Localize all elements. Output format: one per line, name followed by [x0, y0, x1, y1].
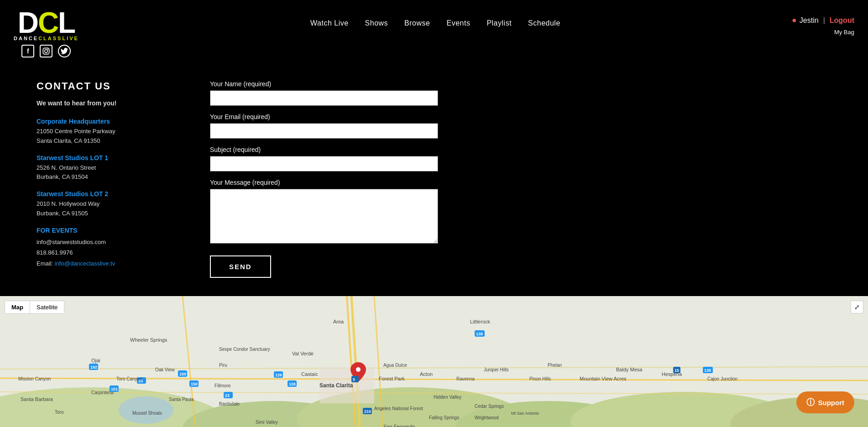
nav-shows[interactable]: Shows	[365, 19, 388, 27]
svg-text:Toro Canyon: Toro Canyon	[116, 376, 142, 381]
svg-text:Pinon Hills: Pinon Hills	[529, 376, 551, 381]
svg-text:210: 210	[364, 409, 371, 414]
svg-text:Sespe Condor Sanctuary: Sespe Condor Sanctuary	[219, 347, 270, 352]
svg-text:Falling Springs: Falling Springs	[429, 415, 459, 420]
name-input[interactable]	[210, 90, 438, 106]
tab-map[interactable]: Map	[5, 301, 30, 313]
svg-text:Piru: Piru	[219, 363, 227, 368]
svg-point-10	[119, 396, 173, 424]
logo-c: C	[38, 6, 58, 39]
svg-text:Cajon Junction: Cajon Junction	[707, 376, 737, 381]
svg-text:Mussel Shoals: Mussel Shoals	[132, 411, 162, 416]
svg-text:Angeles National Forest: Angeles National Forest	[374, 406, 423, 411]
svg-text:138: 138	[476, 332, 483, 336]
tab-satellite[interactable]: Satellite	[30, 301, 64, 313]
message-textarea[interactable]	[210, 189, 438, 244]
logo-area: DCL DANCECLASSLIVE f	[14, 8, 79, 57]
email-field-group: Your Email (required)	[210, 113, 438, 139]
map-section: Map Satellite ⤢ Santa Barbara	[0, 296, 868, 427]
map-tabs: Map Satellite	[5, 301, 64, 314]
svg-text:Bardsdale: Bardsdale	[219, 401, 240, 406]
message-field-group: Your Message (required)	[210, 179, 438, 245]
svg-text:150: 150	[191, 382, 198, 386]
user-area: ● Jestin | Logout My Bag	[792, 8, 854, 36]
svg-point-19	[356, 367, 361, 372]
svg-text:Mountain View Acres: Mountain View Acres	[580, 376, 627, 381]
lot2-address1: 2010 N. Hollywood Way	[37, 199, 183, 209]
email-label: Your Email (required)	[210, 113, 438, 120]
svg-text:Santa Paula: Santa Paula	[169, 397, 194, 402]
support-icon: ⓘ	[806, 397, 815, 408]
nav-schedule[interactable]: Schedule	[528, 19, 560, 27]
svg-text:192: 192	[90, 365, 97, 370]
svg-text:15: 15	[675, 368, 679, 373]
email-label: Email:	[37, 260, 53, 267]
twitter-icon[interactable]	[58, 45, 71, 57]
svg-text:Agua Dulce: Agua Dulce	[383, 363, 407, 368]
svg-text:126: 126	[289, 382, 296, 386]
svg-text:Wrightwood: Wrightwood	[475, 415, 499, 420]
lot1-name[interactable]: Starwest Studios LOT 1	[37, 154, 183, 161]
svg-rect-0	[43, 48, 49, 54]
contact-email-starwest: info@starweststudios.com	[37, 237, 183, 247]
fullscreen-icon: ⤢	[854, 303, 860, 311]
logo-l: L	[58, 6, 75, 39]
svg-text:126: 126	[275, 373, 282, 377]
send-button[interactable]: SEND	[210, 255, 271, 278]
contact-info-panel: CONTACT US We want to hear from you! Cor…	[37, 80, 183, 278]
logout-button[interactable]: Logout	[830, 16, 854, 25]
nav-browse[interactable]: Browse	[404, 19, 430, 27]
facebook-icon[interactable]: f	[21, 45, 34, 57]
svg-text:San Fernando: San Fernando	[383, 424, 415, 427]
my-bag[interactable]: My Bag	[834, 29, 854, 36]
subject-input[interactable]	[210, 156, 438, 172]
svg-text:Fillmore: Fillmore	[214, 383, 231, 388]
instagram-icon[interactable]	[40, 45, 52, 57]
main-nav: Watch Live Shows Browse Events Playlist …	[310, 8, 560, 27]
headquarters-address1: 21050 Centre Pointe Parkway	[37, 127, 183, 136]
user-info: ● Jestin | Logout	[792, 16, 854, 25]
svg-text:Oak View: Oak View	[155, 367, 175, 372]
svg-text:Mission Canyon: Mission Canyon	[18, 376, 51, 381]
headquarters-address2: Santa Clarita, CA 91350	[37, 136, 183, 146]
headquarters-name[interactable]: Corporate Headquarters	[37, 118, 183, 125]
contact-us-title: CONTACT US	[37, 80, 183, 92]
subject-label: Subject (required)	[210, 146, 438, 153]
username: Jestin	[800, 16, 819, 25]
contact-phone: 818.861.9976	[37, 247, 183, 258]
map-fullscreen-button[interactable]: ⤢	[851, 301, 863, 313]
svg-point-1	[45, 50, 48, 53]
for-events-label: FOR EVENTS	[37, 227, 183, 234]
logo-d: D	[18, 6, 38, 39]
svg-text:Juniper Hills: Juniper Hills	[484, 367, 508, 372]
nav-watch-live[interactable]: Watch Live	[310, 19, 349, 27]
nav-playlist[interactable]: Playlist	[486, 19, 512, 27]
divider: |	[823, 16, 825, 25]
contact-form: Your Name (required) Your Email (require…	[210, 80, 438, 278]
subject-field-group: Subject (required)	[210, 146, 438, 172]
support-button[interactable]: ⓘ Support	[796, 391, 855, 413]
nav-events[interactable]: Events	[446, 19, 470, 27]
logo-subtitle: DANCECLASSLIVE	[14, 36, 79, 41]
lot1-address1: 2526 N. Ontario Street	[37, 163, 183, 173]
lot2-name[interactable]: Starwest Studios LOT 2	[37, 190, 183, 198]
email-input[interactable]	[210, 123, 438, 139]
logo: DCL	[18, 8, 75, 37]
svg-text:Acton: Acton	[420, 371, 433, 377]
svg-text:Hidden Valley: Hidden Valley	[434, 395, 461, 400]
email-dcl-link[interactable]: info@danceclasslive.tv	[55, 260, 115, 267]
svg-text:Forest Park: Forest Park	[379, 376, 405, 381]
svg-text:Santa Barbara: Santa Barbara	[21, 396, 53, 402]
svg-text:Littlerock: Littlerock	[470, 319, 491, 324]
svg-text:101: 101	[111, 387, 118, 391]
contact-email-dcl-line: Email: info@danceclasslive.tv	[37, 258, 183, 269]
map-image: Santa Barbara Toro Carpinteria Mussel Sh…	[0, 296, 868, 427]
user-icon: ●	[792, 16, 797, 25]
for-events-section: FOR EVENTS info@starweststudios.com 818.…	[37, 227, 183, 269]
location-lot1: Starwest Studios LOT 1 2526 N. Ontario S…	[37, 154, 183, 182]
svg-text:Val Verde: Val Verde	[292, 351, 314, 356]
location-lot2: Starwest Studios LOT 2 2010 N. Hollywood…	[37, 190, 183, 219]
svg-text:Wheeler Springs: Wheeler Springs	[130, 337, 167, 343]
svg-text:5: 5	[353, 377, 355, 382]
svg-text:Ojai: Ojai	[91, 358, 100, 363]
